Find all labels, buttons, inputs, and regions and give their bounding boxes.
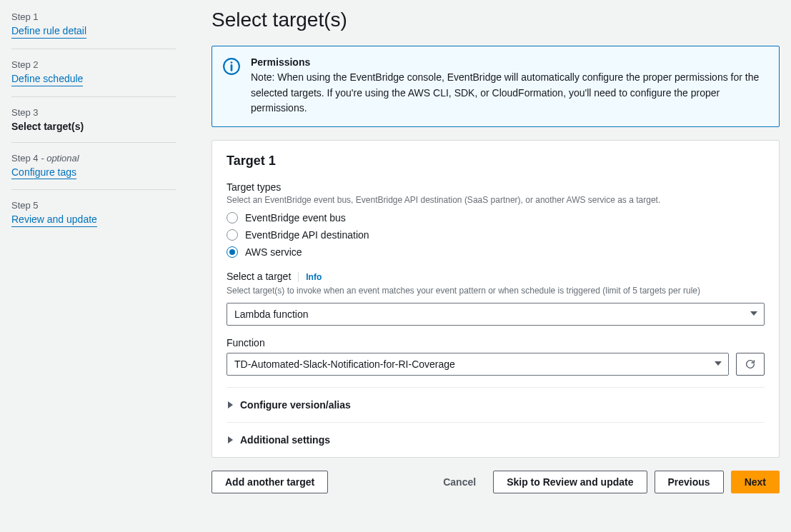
step-3-num: Step 3 — [11, 107, 176, 118]
target-types-label: Target types — [227, 181, 765, 193]
radio-aws-service[interactable]: AWS service — [227, 246, 765, 258]
step-5-link[interactable]: Review and update — [11, 214, 97, 227]
radio-icon — [227, 246, 238, 258]
main-content: Select target(s) Permissions Note: When … — [187, 0, 791, 505]
step-2: Step 2 Define schedule — [11, 58, 176, 97]
target-types-desc: Select an EventBridge event bus, EventBr… — [227, 194, 765, 206]
svg-point-2 — [231, 61, 233, 64]
additional-settings-toggle[interactable]: Additional settings — [227, 422, 765, 457]
function-select-value: TD-Automated-Slack-Notification-for-RI-C… — [234, 358, 455, 370]
skip-button[interactable]: Skip to Review and update — [493, 471, 647, 493]
step-5: Step 5 Review and update — [11, 199, 176, 237]
step-4-num: Step 4 - optional — [11, 153, 176, 164]
step-3-current: Select target(s) — [11, 121, 176, 132]
triangle-right-icon — [228, 436, 233, 443]
select-target-label: Select a target — [227, 271, 291, 282]
step-2-num: Step 2 — [11, 59, 176, 70]
infobox-title: Permissions — [251, 56, 767, 68]
cancel-button[interactable]: Cancel — [433, 471, 486, 493]
caret-down-icon — [714, 358, 722, 370]
infobox-text: Note: When using the EventBridge console… — [251, 70, 767, 116]
radio-icon — [227, 212, 238, 224]
step-4-link[interactable]: Configure tags — [11, 166, 76, 180]
step-3: Step 3 Select target(s) — [11, 106, 176, 143]
caret-down-icon — [750, 308, 758, 320]
target-panel: Target 1 Target types Select an EventBri… — [212, 140, 780, 458]
next-button[interactable]: Next — [731, 471, 780, 493]
radio-icon — [227, 229, 238, 241]
info-link[interactable]: Info — [306, 272, 322, 282]
radio-api-destination[interactable]: EventBridge API destination — [227, 229, 765, 241]
triangle-right-icon — [228, 401, 233, 408]
permissions-infobox: Permissions Note: When using the EventBr… — [212, 46, 780, 127]
target-select-value: Lambda function — [234, 308, 309, 320]
divider — [298, 272, 299, 282]
info-icon — [222, 57, 241, 116]
step-1: Step 1 Define rule detail — [11, 10, 176, 49]
configure-version-alias-toggle[interactable]: Configure version/alias — [227, 387, 765, 422]
function-label: Function — [227, 337, 765, 348]
refresh-icon — [745, 358, 756, 370]
select-target-desc: Select target(s) to invoke when an event… — [227, 285, 765, 297]
target-types-radios: EventBridge event bus EventBridge API de… — [227, 212, 765, 258]
target-select[interactable]: Lambda function — [227, 303, 765, 326]
step-4: Step 4 - optional Configure tags — [11, 151, 176, 191]
refresh-button[interactable] — [736, 353, 765, 376]
previous-button[interactable]: Previous — [655, 471, 724, 493]
step-2-link[interactable]: Define schedule — [11, 73, 83, 86]
function-select[interactable]: TD-Automated-Slack-Notification-for-RI-C… — [227, 353, 729, 376]
wizard-footer: Add another target Cancel Skip to Review… — [212, 471, 780, 493]
wizard-steps-nav: Step 1 Define rule detail Step 2 Define … — [0, 0, 187, 505]
page-title: Select target(s) — [212, 9, 780, 31]
step-5-num: Step 5 — [11, 200, 176, 211]
step-1-link[interactable]: Define rule detail — [11, 25, 86, 39]
add-another-target-button[interactable]: Add another target — [212, 471, 328, 493]
target-heading: Target 1 — [227, 154, 765, 169]
step-1-num: Step 1 — [11, 11, 176, 22]
radio-eventbridge-bus[interactable]: EventBridge event bus — [227, 212, 765, 224]
